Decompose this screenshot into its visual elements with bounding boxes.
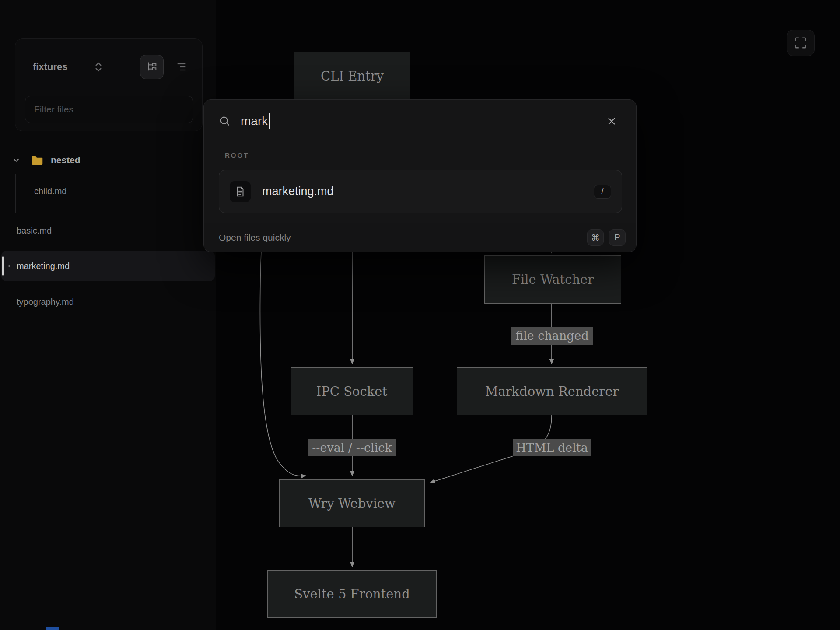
- fullscreen-button[interactable]: [787, 30, 815, 56]
- workspace-card: fixtures: [15, 38, 203, 131]
- chevron-down-icon: [11, 155, 21, 165]
- app-window: CLI Entry File Watcher IPC Socket Markdo…: [0, 0, 840, 630]
- diagram-node-wry-webview: Wry Webview: [279, 480, 425, 527]
- diagram-node-file-watcher: File Watcher: [484, 256, 621, 304]
- slash-key-badge: /: [594, 185, 611, 199]
- edge-label-file-changed: file changed: [511, 327, 593, 345]
- diagram-node-cli-entry: CLI Entry: [294, 52, 410, 101]
- diagram-node-ipc-socket: IPC Socket: [290, 368, 413, 415]
- tree-indent-guide: [15, 174, 16, 213]
- diagram-node-markdown-renderer: Markdown Renderer: [457, 368, 647, 415]
- edge-label-html-delta: HTML delta: [513, 439, 591, 456]
- close-icon: [606, 116, 617, 126]
- folder-tree-icon: [146, 61, 158, 73]
- sidebar: fixtures: [0, 0, 216, 630]
- workspace-switcher[interactable]: fixtures: [25, 54, 193, 80]
- quick-open-footer: Open files quickly ⌘ P: [204, 223, 636, 252]
- tree-item-basic-md[interactable]: basic.md: [17, 224, 52, 237]
- footer-hint: Open files quickly: [219, 232, 291, 243]
- list-icon: [175, 61, 188, 73]
- workspace-name: fixtures: [33, 61, 67, 73]
- folder-icon: [31, 154, 44, 166]
- p-key: P: [609, 229, 626, 246]
- close-button[interactable]: [602, 112, 621, 131]
- tree-item-label: basic.md: [17, 226, 52, 236]
- tree-item-label: typography.md: [17, 297, 74, 307]
- quick-open-modal: mark ROOT marketing.md / Open files quic…: [203, 99, 637, 252]
- file-icon-box: [230, 181, 251, 202]
- tree-item-typography-md[interactable]: typography.md: [17, 295, 74, 308]
- filter-files-input[interactable]: [25, 96, 193, 123]
- tree-item-label: marketing.md: [17, 261, 70, 271]
- shortcut-keys: ⌘ P: [587, 229, 626, 246]
- tree-item-nested-folder[interactable]: nested: [11, 151, 80, 169]
- tree-view-toggle[interactable]: [140, 55, 164, 79]
- tree-item-label: child.md: [34, 186, 66, 196]
- chevron-up-down-icon: [94, 61, 103, 73]
- quick-open-result-row[interactable]: marketing.md /: [219, 170, 622, 213]
- view-toggle-group: [140, 55, 193, 79]
- search-icon: [219, 115, 231, 127]
- file-text-icon: [234, 186, 246, 197]
- selected-accent-bar: [2, 256, 4, 276]
- text-caret: [269, 113, 270, 129]
- tree-item-marketing-md[interactable]: marketing.md: [1, 251, 215, 281]
- result-file-name: marketing.md: [262, 185, 334, 198]
- tree-item-child-md[interactable]: child.md: [34, 185, 66, 198]
- edge-label-eval-click: --eval / --click: [308, 439, 396, 456]
- command-key: ⌘: [587, 229, 604, 246]
- outline-view-toggle[interactable]: [170, 55, 193, 79]
- tree-item-label: nested: [51, 155, 80, 165]
- quick-open-header: mark: [204, 100, 636, 143]
- modified-dot: [8, 265, 10, 267]
- diagram-node-svelte-frontend: Svelte 5 Frontend: [267, 570, 437, 618]
- fullscreen-icon: [793, 35, 808, 50]
- dock-fragment: [46, 626, 59, 630]
- search-input[interactable]: mark: [241, 114, 268, 128]
- section-label: ROOT: [225, 151, 249, 159]
